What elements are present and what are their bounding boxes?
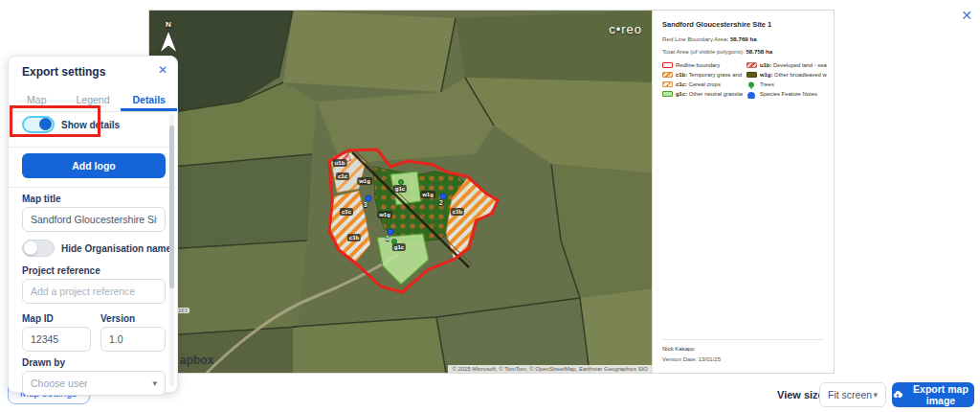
- close-icon[interactable]: ✕: [158, 63, 167, 77]
- tab-bar: Map Legend Details: [9, 87, 177, 112]
- g1c-swatch: [662, 91, 673, 97]
- drawn-by-label: Drawn by: [22, 357, 65, 368]
- details-site-title: Sandford Gloucestershire Site 1: [662, 20, 824, 29]
- export-settings-panel: Export settings ✕ Map Legend Details Sho…: [8, 56, 178, 393]
- tree-marker-icon[interactable]: [398, 179, 404, 185]
- legend-item: w1g: Other broadleaved woodland: [746, 70, 827, 80]
- habitat-label: c1c: [336, 172, 349, 180]
- legend-item-label: u1b: Developed land - sealed surface: [760, 62, 827, 68]
- habitat-label: c1b: [451, 208, 464, 216]
- view-size-value: Fit screen: [828, 389, 872, 401]
- map-title-label: Map title: [22, 194, 61, 204]
- legend-item-label: Trees: [760, 81, 774, 87]
- legend-item-label: g1c: Other neutral grassland: [676, 91, 743, 97]
- map-attribution: © 2025 Microsoft, © TomTom, © OpenStreet…: [448, 365, 652, 373]
- c1b-swatch: [662, 72, 673, 78]
- project-reference-input[interactable]: [22, 279, 166, 304]
- view-size-select[interactable]: Fit screen ▾: [819, 382, 886, 407]
- species-note-icon: [746, 91, 757, 97]
- u1b-swatch: [746, 62, 757, 68]
- habitat-label: c1c: [340, 208, 353, 216]
- total-area-label: Total Area (of visible polygons):: [662, 48, 745, 55]
- habitat-label: w1g: [357, 177, 372, 185]
- tree-icon: [746, 81, 757, 87]
- panel-title: Export settings: [22, 65, 105, 79]
- chevron-down-icon: ▾: [873, 390, 878, 400]
- drawn-by-name: Nick Kakapo: [662, 346, 695, 352]
- tab-map[interactable]: Map: [9, 87, 65, 111]
- c1c-swatch: [662, 81, 673, 87]
- version-input[interactable]: [100, 327, 166, 352]
- view-size-label: View size: [777, 389, 824, 401]
- map-id-label: Map ID: [22, 313, 54, 324]
- panel-scrollbar-thumb[interactable]: [169, 126, 174, 288]
- export-map-image-button[interactable]: Export map image: [892, 382, 974, 407]
- tab-details[interactable]: Details: [121, 87, 177, 111]
- legend-item: g1c: Other neutral grassland: [662, 89, 743, 99]
- habitat-label: u1b: [333, 159, 347, 167]
- redline-area-value: 58.769 ha: [730, 35, 757, 42]
- habitat-label: c1b: [347, 234, 361, 241]
- habitat-label: w1g: [377, 211, 392, 218]
- add-logo-button[interactable]: Add logo: [22, 153, 166, 178]
- chevron-down-icon: ▾: [152, 378, 157, 388]
- project-reference-label: Project reference: [22, 265, 100, 276]
- cloud-upload-icon: [892, 390, 903, 400]
- habitat-label: w1g: [420, 191, 435, 198]
- w1g-swatch: [746, 72, 757, 78]
- redline-swatch: [662, 62, 673, 68]
- map-details-panel: Sandford Gloucestershire Site 1 Red Line…: [652, 11, 834, 373]
- species-marker-number: 1: [386, 235, 390, 241]
- legend-grid: Redline boundary c1b: Temporary grass an…: [662, 60, 824, 99]
- north-arrow-icon: N: [157, 22, 180, 57]
- show-details-toggle[interactable]: [22, 116, 55, 133]
- redline-area-label: Red Line Boundary Area:: [662, 35, 728, 42]
- hide-organisation-label: Hide Organisation name: [61, 243, 171, 254]
- total-area-stat: Total Area (of visible polygons): 58.758…: [662, 48, 824, 55]
- hide-organisation-toggle[interactable]: [22, 240, 55, 257]
- page-close-icon[interactable]: ✕: [961, 8, 972, 23]
- coreo-logo: c•reo: [609, 22, 642, 36]
- hide-org-row: Hide Organisation name: [22, 240, 171, 257]
- map-title-input[interactable]: [22, 207, 166, 232]
- legend-item: Redline boundary: [662, 60, 743, 70]
- legend-item: Species Feature Notes: [746, 89, 827, 99]
- legend-item: u1b: Developed land - sealed surface: [746, 60, 827, 70]
- habitat-label: g1c: [393, 185, 407, 193]
- legend-item-label: Redline boundary: [676, 62, 720, 68]
- tree-marker-icon[interactable]: [391, 239, 397, 244]
- legend-item-label: w1g: Other broadleaved woodland: [760, 72, 827, 78]
- species-marker-number: 2: [439, 199, 443, 206]
- version-date: Version Date: 13/01/25: [662, 356, 721, 362]
- total-area-value: 58.758 ha: [746, 48, 772, 55]
- species-marker-number: 3: [364, 201, 368, 208]
- tab-legend[interactable]: Legend: [65, 87, 122, 111]
- redline-area-stat: Red Line Boundary Area: 58.769 ha: [662, 35, 824, 42]
- legend-footer-divider: [662, 339, 824, 340]
- drawn-by-value: Choose user: [31, 378, 88, 389]
- legend-item-label: c1b: Temporary grass and clover leys: [676, 72, 743, 78]
- legend-item: c1b: Temporary grass and clover leys: [662, 70, 743, 80]
- export-preview-card: u1b c1c w1g g1c w1g c1b c1c w1g c1b g1c …: [148, 10, 835, 374]
- export-button-label: Export map image: [907, 383, 974, 406]
- legend-item: Trees: [746, 80, 827, 89]
- map-id-input[interactable]: [22, 327, 91, 352]
- drawn-by-select[interactable]: Choose user ▾: [22, 371, 166, 396]
- legend-item-label: Species Feature Notes: [760, 91, 817, 97]
- road-number-label: 163: [176, 308, 189, 313]
- habitat-label: g1c: [392, 243, 406, 251]
- show-details-label: Show details: [61, 120, 120, 130]
- north-letter: N: [166, 20, 171, 29]
- satellite-map[interactable]: u1b c1c w1g g1c w1g c1b c1c w1g c1b g1c …: [149, 11, 652, 373]
- mapbox-logo: apbox: [180, 354, 213, 367]
- legend-item-label: c1c: Cereal crops: [676, 81, 721, 87]
- show-details-row: Show details: [22, 116, 120, 133]
- version-label: Version: [100, 313, 135, 324]
- legend-item: c1c: Cereal crops: [662, 80, 743, 89]
